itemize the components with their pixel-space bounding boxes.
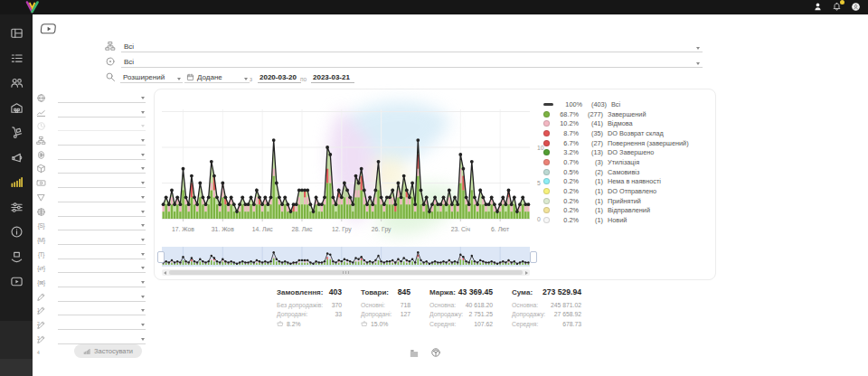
edit-field-3-filter-select[interactable]	[58, 318, 146, 330]
edit-field-1-filter-row: 1	[36, 290, 146, 302]
scroll-right-arrow-icon[interactable]	[525, 271, 528, 275]
legend-item[interactable]: 3.2%(13)DO Завершено	[543, 147, 708, 157]
filter-panel: {S}{M}{T}{⇄}{⊠}1234	[36, 91, 146, 346]
date-field-select[interactable]: Додане	[184, 73, 250, 83]
upsell-basket-icon	[361, 320, 368, 327]
stats-filter-select[interactable]	[58, 106, 146, 118]
legend-count: (1)	[579, 206, 603, 214]
brush-left-handle[interactable]	[157, 251, 165, 263]
legend-percent: 100%	[556, 100, 582, 108]
custom-field-s-filter-select[interactable]	[58, 219, 146, 230]
legend-item[interactable]: 10.2%(41)Відмова	[543, 118, 708, 128]
sidebar-item-delivery[interactable]	[0, 245, 33, 270]
chevron-down-icon	[141, 211, 145, 213]
main-sidebar	[0, 14, 33, 376]
sidebar-item-info[interactable]	[0, 220, 33, 245]
brush-right-handle[interactable]	[530, 251, 537, 263]
stats-column: Сума:273 529.94Основна:245 871.02Допрода…	[512, 287, 581, 329]
legend-percent: 0.2%	[552, 197, 579, 205]
sidebar-item-marketing[interactable]	[0, 146, 33, 171]
stats-subvalue: 107.62	[474, 321, 493, 327]
user-icon[interactable]	[813, 2, 823, 12]
time-filter-row	[36, 119, 146, 131]
date-to-input[interactable]: 2023-03-21	[311, 73, 354, 83]
svg-text:26. Гру: 26. Гру	[372, 226, 392, 233]
legend-item[interactable]: 8.7%(35)DO Возврат склад	[543, 128, 708, 138]
funnel-filter-row	[36, 191, 146, 202]
chevron-down-icon	[141, 309, 145, 312]
legend-item[interactable]: 0.2%(1)Прийнятий	[543, 196, 708, 206]
legend-item[interactable]: 100%(403)Всі	[543, 99, 708, 109]
legend-marker	[543, 188, 550, 194]
sidebar-item-settings[interactable]	[0, 195, 33, 221]
time-filter-select[interactable]	[58, 119, 146, 131]
edit-field-2-filter-row: 2	[36, 304, 146, 315]
product-filter-select[interactable]	[58, 162, 146, 174]
chevron-down-icon	[141, 154, 145, 156]
custom-field-x-filter-select[interactable]	[58, 276, 146, 287]
user-filter-select[interactable]	[58, 148, 146, 160]
structure-filter-select[interactable]	[58, 134, 146, 146]
summary-list-icon[interactable]	[409, 348, 420, 359]
sidebar-bottom-strip	[0, 359, 33, 376]
scrollbar-thumb[interactable]	[169, 270, 523, 275]
apply-filters-label: Застосувати	[94, 347, 133, 355]
sidebar-item-dashboard[interactable]	[0, 21, 33, 46]
legend-label: DO Завершено	[608, 148, 654, 156]
notifications-icon[interactable]	[832, 2, 842, 12]
globe-cube-icon[interactable]	[430, 347, 441, 358]
sidebar-item-supplies[interactable]	[0, 120, 33, 146]
legend-item[interactable]: 0.2%(1)DO Отправлено	[543, 186, 708, 196]
stats-value: 845	[398, 287, 410, 296]
apply-filters-button[interactable]: Застосувати	[74, 344, 142, 358]
sidebar-item-analytics[interactable]	[0, 170, 33, 195]
app-logo[interactable]	[24, 1, 40, 14]
stats-subrow: Основні:718	[361, 300, 410, 310]
legend-item[interactable]: 0.2%(1)Відправлений	[543, 206, 708, 216]
product-filter-row	[36, 162, 146, 174]
sidebar-item-warehouse[interactable]	[0, 96, 33, 121]
stats-sublabel: Допродані:	[277, 311, 307, 317]
legend-item[interactable]: 0.7%(3)Утилізація	[543, 157, 708, 167]
edit-field-4-filter-select[interactable]	[58, 333, 146, 344]
sidebar-item-orders-list[interactable]	[0, 46, 33, 71]
date-from-input[interactable]: 2020-03-20	[258, 73, 301, 83]
stats-subrow: Середня:107.62	[429, 319, 493, 329]
chevron-down-icon	[177, 78, 181, 80]
stats-sublabel: Основні:	[361, 302, 385, 308]
profile-avatar-icon[interactable]	[851, 2, 861, 12]
legend-label: Повернення (завершений)	[608, 139, 689, 147]
legend-marker	[543, 120, 550, 127]
svg-text:0: 0	[537, 216, 541, 222]
scroll-left-arrow-icon[interactable]	[164, 271, 166, 275]
search-mode-select[interactable]: Розширений	[120, 73, 183, 83]
status-filter-select[interactable]: Всі	[121, 42, 703, 52]
custom-field-swap-filter-select[interactable]	[58, 261, 146, 273]
country-filter-select[interactable]	[58, 91, 146, 103]
legend-item[interactable]: 6.7%(27)Повернення (завершений)	[543, 138, 708, 148]
legend-item[interactable]: 68.7%(277)Завершений	[543, 109, 708, 119]
chart-scrollbar[interactable]	[162, 269, 530, 276]
legend-item[interactable]: 0.2%(1)Нема в наявності	[543, 177, 708, 187]
product-filter-select[interactable]: Всі	[121, 58, 703, 68]
site-filter-select[interactable]	[58, 205, 146, 217]
structure-filter-row	[36, 134, 146, 146]
edit-field-1-filter-select[interactable]	[58, 290, 146, 302]
chevron-down-icon	[696, 47, 700, 50]
edit-field-2-filter-select[interactable]	[58, 304, 146, 315]
payment-filter-select[interactable]	[58, 176, 146, 188]
clients-icon	[10, 76, 24, 89]
custom-field-t-filter-select[interactable]	[58, 248, 146, 259]
custom-field-m-filter-select[interactable]	[58, 233, 146, 245]
legend-item[interactable]: 0.2%(1)Новий	[543, 215, 708, 225]
legend-item[interactable]: 0.5%(2)Самовивіз	[543, 167, 708, 177]
custom-field-t-filter-row: {T}	[36, 248, 146, 259]
funnel-filter-select[interactable]	[58, 191, 146, 202]
sidebar-item-video-tutorials[interactable]	[0, 269, 33, 295]
site-filter-row	[36, 205, 146, 217]
status-filter-icon	[105, 41, 116, 52]
sidebar-item-clients[interactable]	[0, 70, 33, 96]
chart-brush[interactable]	[162, 247, 530, 267]
orders-list-icon	[10, 52, 24, 65]
status-filter-row: Всі	[105, 40, 703, 52]
